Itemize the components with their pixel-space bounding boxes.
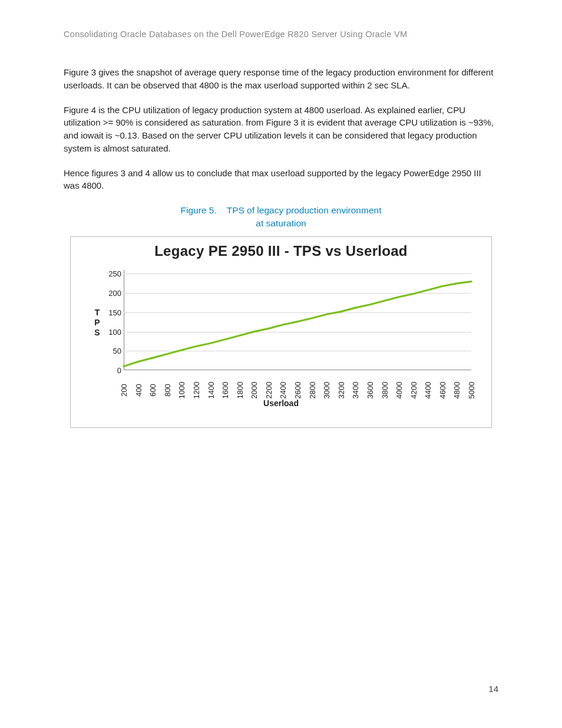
x-tick-label: 1400 <box>206 381 215 398</box>
x-tick-label: 400 <box>134 384 143 397</box>
x-tick-label: 4200 <box>409 381 418 398</box>
x-tick-label: 1000 <box>177 381 186 398</box>
x-tick-label: 800 <box>163 384 171 397</box>
paragraph-2: Figure 4 is the CPU utilization of legac… <box>64 104 498 155</box>
x-tick-label: 1600 <box>221 381 230 398</box>
x-tick-label: 3200 <box>336 381 345 398</box>
y-axis-label-char: P <box>93 318 101 328</box>
line-series <box>124 270 471 370</box>
y-tick-label: 250 <box>104 269 121 278</box>
y-axis-ticks: 050100150200250 <box>104 270 121 370</box>
x-tick-label: 2400 <box>279 381 287 398</box>
x-tick-label: 4000 <box>395 381 404 398</box>
paragraph-3: Hence figures 3 and 4 allow us to conclu… <box>64 167 498 193</box>
paragraph-1: Figure 3 gives the snapshot of average q… <box>64 66 498 92</box>
x-tick-label: 2000 <box>250 381 259 398</box>
x-tick-label: 3400 <box>351 381 360 398</box>
y-tick-label: 100 <box>104 327 121 336</box>
figure-text-line1: TPS of legacy production environment <box>227 205 382 215</box>
figure-text-line2: at saturation <box>256 218 306 228</box>
figure-label: Figure 5. <box>181 205 217 215</box>
x-tick-label: 4600 <box>438 381 447 398</box>
x-tick-label: 3000 <box>322 381 331 398</box>
chart-container: Legacy PE 2950 III - TPS vs Userload T P… <box>70 236 492 428</box>
y-axis-label: T P S <box>93 308 101 337</box>
y-axis-label-char: T <box>93 308 101 318</box>
figure-caption: Figure 5. TPS of legacy production envir… <box>64 204 498 230</box>
document-page: Consolidating Oracle Databases on the De… <box>0 0 562 728</box>
x-tick-label: 200 <box>120 384 128 397</box>
page-number: 14 <box>488 684 498 694</box>
x-axis-label: Userload <box>71 398 491 408</box>
y-tick-label: 150 <box>104 308 121 317</box>
x-tick-label: 2200 <box>264 381 273 398</box>
x-tick-label: 4400 <box>424 381 432 398</box>
x-tick-label: 2800 <box>308 381 316 398</box>
chart-plot-area <box>124 270 471 370</box>
y-axis-label-char: S <box>93 328 101 338</box>
x-tick-label: 3800 <box>380 381 389 398</box>
y-tick-label: 200 <box>104 289 121 298</box>
x-tick-label: 2600 <box>293 381 302 398</box>
y-tick-label: 0 <box>104 365 121 374</box>
y-tick-label: 50 <box>104 347 121 355</box>
x-tick-label: 5000 <box>467 381 476 398</box>
x-tick-label: 1800 <box>235 381 244 398</box>
chart-title: Legacy PE 2950 III - TPS vs Userload <box>71 243 491 259</box>
page-header: Consolidating Oracle Databases on the De… <box>64 29 498 39</box>
x-tick-label: 1200 <box>191 381 200 398</box>
x-tick-label: 3600 <box>365 381 374 398</box>
x-tick-label: 600 <box>148 384 157 397</box>
x-tick-label: 4800 <box>452 381 461 398</box>
